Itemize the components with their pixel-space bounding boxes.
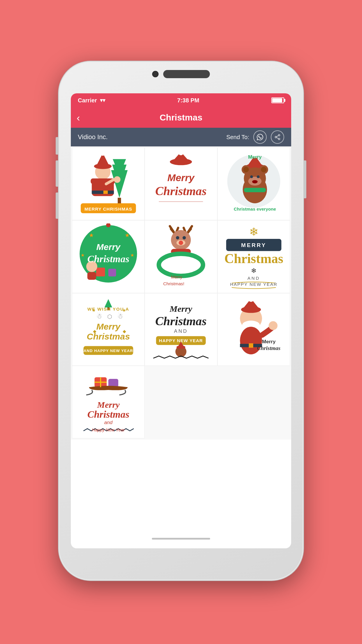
svg-point-34 [243,167,249,172]
svg-text:Christmas: Christmas [155,314,207,328]
svg-text:Christmas: Christmas [87,409,129,420]
svg-text:Merry: Merry [96,242,121,252]
svg-text:AND: AND [174,328,188,334]
status-bar-left: Carrier ▾▾ [78,97,105,104]
svg-text:MERRY CHRISHMAS: MERRY CHRISHMAS [85,206,132,211]
camera-area [152,70,210,78]
status-bar: Carrier ▾▾ 7:38 PM [71,93,291,107]
sticker-item-7[interactable]: ★ ★ WE WISH YOU A ☃ ⬡ ☃ Merry Christmas … [72,293,145,366]
sticker-item-3[interactable]: Merry Christmas everyone [217,148,290,220]
svg-text:Christmas: Christmas [224,251,283,266]
wifi-icon: ▾▾ [100,97,105,104]
svg-text:Merry: Merry [168,172,195,183]
sticker-item-2[interactable]: Merry Christmas [145,148,217,220]
svg-rect-41 [244,188,266,192]
svg-text:◆: ◆ [123,329,126,334]
svg-point-1 [275,136,277,138]
svg-text:Merry: Merry [96,321,121,331]
sticker-item-4[interactable]: ★ ★ ★ ★ Merry Christmas [72,220,145,293]
svg-point-40 [252,180,258,183]
svg-text:❄: ❄ [249,226,258,238]
svg-point-60 [179,241,183,245]
volume-buttons [56,137,59,219]
back-button[interactable]: ‹ [77,112,80,123]
svg-point-0 [278,134,280,136]
svg-text:MERRY: MERRY [241,242,266,249]
svg-text:Merry: Merry [169,304,192,314]
whatsapp-button[interactable] [253,130,267,144]
svg-point-62 [159,254,203,276]
svg-rect-9 [103,190,108,194]
svg-text:AND: AND [247,276,260,281]
svg-text:☃: ☃ [117,312,123,320]
svg-text:Christmas!: Christmas! [163,281,184,286]
nav-title: Christmas [160,113,203,123]
sticker-item-10[interactable]: Merry Christmas and Happy New Year [72,366,145,438]
svg-line-3 [277,137,278,139]
camera-lens [152,71,159,77]
svg-point-58 [183,236,186,239]
svg-point-36 [261,167,266,172]
svg-text:★: ★ [89,232,94,239]
time-label: 7:38 PM [177,97,199,104]
share-button[interactable] [271,130,284,144]
svg-rect-53 [87,272,96,280]
svg-text:Merry: Merry [171,275,182,280]
sticker-item-8[interactable]: Merry Christmas AND HAPPY NEW YEAR [145,293,217,366]
svg-text:❄: ❄ [251,267,256,275]
svg-text:★: ★ [130,253,134,258]
phone-screen: Carrier ▾▾ 7:38 PM ‹ Christmas Vidioo In… [71,93,291,548]
svg-text:Happy New Year: Happy New Year [92,427,125,432]
svg-text:★: ★ [81,253,85,258]
sub-header-actions: Send To: [226,130,284,144]
svg-text:WE WISH YOU A: WE WISH YOU A [87,307,129,312]
sticker-item-9[interactable]: Merry Christmas [217,293,290,366]
svg-text:Christmas: Christmas [87,253,129,264]
svg-point-97 [248,296,254,302]
phone-mockup: Carrier ▾▾ 7:38 PM ‹ Christmas Vidioo In… [59,61,303,615]
svg-rect-50 [96,268,105,276]
svg-point-57 [176,236,179,239]
brand-label: Vidioo Inc. [78,133,108,141]
svg-rect-8 [92,190,114,194]
svg-text:Merry: Merry [262,339,276,344]
battery-icon [271,97,284,103]
svg-rect-13 [118,198,121,203]
phone-shell: Carrier ▾▾ 7:38 PM ‹ Christmas Vidioo In… [59,61,303,580]
navigation-bar: ‹ Christmas [71,107,291,128]
svg-text:⬡: ⬡ [107,313,112,319]
svg-text:AND HAPPY NEW YEAR: AND HAPPY NEW YEAR [84,349,133,353]
svg-point-102 [268,321,277,330]
svg-rect-101 [249,343,253,348]
svg-point-2 [278,138,280,140]
power-button [303,160,306,198]
svg-text:Christmas: Christmas [257,345,280,351]
svg-point-39 [257,175,259,178]
power-button-body [303,160,306,198]
svg-text:★: ★ [125,232,130,239]
speaker-grille [163,70,210,78]
sticker-item-5[interactable]: Merry Christmas! [145,220,217,293]
svg-text:Merry: Merry [248,154,262,160]
svg-text:HAPPY NEW YEAR: HAPPY NEW YEAR [230,282,277,287]
svg-text:Christmas: Christmas [155,184,207,198]
svg-text:and: and [104,420,113,425]
svg-text:☃: ☃ [96,312,102,320]
send-to-label: Send To: [226,134,249,141]
volume-down-button [56,192,59,219]
home-indicator [152,538,210,540]
sticker-grid: MERRY CHRISHMAS Merry [71,146,291,440]
mute-button [56,137,59,155]
svg-point-16 [101,151,105,156]
sub-header: Vidioo Inc. Send To: [71,128,291,146]
status-bar-right [271,97,284,103]
svg-line-4 [277,136,278,137]
sticker-item-1[interactable]: MERRY CHRISHMAS [72,148,145,220]
svg-text:Merry: Merry [97,400,120,410]
sticker-item-6[interactable]: ❄ MERRY Christmas ❄ AND HAPPY NEW YEAR [217,220,290,293]
svg-rect-51 [108,269,116,277]
battery-fill [272,98,282,102]
svg-point-38 [250,175,253,178]
svg-marker-72 [104,299,112,307]
svg-text:◆: ◆ [93,329,96,334]
